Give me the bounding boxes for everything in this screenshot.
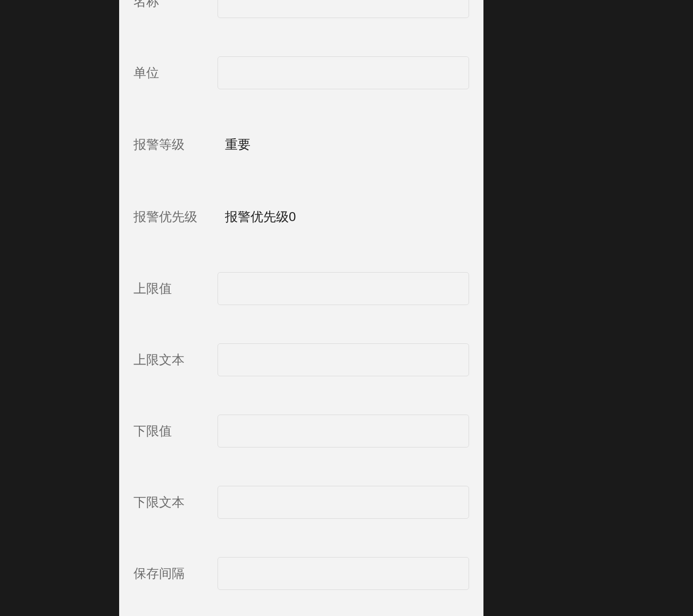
row-filter-alarm: 过滤报警	[133, 609, 469, 616]
label-lower-text: 下限文本	[133, 494, 218, 511]
row-name: 名称	[133, 0, 469, 37]
input-upper-limit[interactable]	[218, 272, 469, 305]
label-lower-limit: 下限值	[133, 423, 218, 440]
input-save-interval[interactable]	[218, 557, 469, 590]
input-lower-limit[interactable]	[218, 415, 469, 448]
row-unit: 单位	[133, 37, 469, 108]
row-save-interval: 保存间隔	[133, 538, 469, 609]
label-upper-limit: 上限值	[133, 280, 218, 297]
label-alarm-level: 报警等级	[133, 136, 218, 153]
label-save-interval: 保存间隔	[133, 565, 218, 582]
value-alarm-level[interactable]: 重要	[218, 128, 469, 162]
row-alarm-level: 报警等级 重要	[133, 108, 469, 181]
value-alarm-priority[interactable]: 报警优先级0	[218, 200, 469, 234]
row-lower-limit: 下限值	[133, 395, 469, 467]
input-unit[interactable]	[218, 56, 469, 89]
label-upper-text: 上限文本	[133, 351, 218, 368]
row-alarm-priority: 报警优先级 报警优先级0	[133, 181, 469, 253]
input-name[interactable]	[218, 0, 469, 18]
label-alarm-priority: 报警优先级	[133, 208, 218, 225]
label-unit: 单位	[133, 64, 218, 81]
input-upper-text[interactable]	[218, 343, 469, 376]
label-name: 名称	[133, 0, 218, 10]
form-panel: 名称 单位 报警等级 重要 报警优先级 报警优先级0 上限值 上限文本 下限值 …	[119, 0, 483, 616]
input-lower-text[interactable]	[218, 486, 469, 519]
row-upper-limit: 上限值	[133, 253, 469, 324]
row-lower-text: 下限文本	[133, 467, 469, 538]
row-upper-text: 上限文本	[133, 324, 469, 395]
